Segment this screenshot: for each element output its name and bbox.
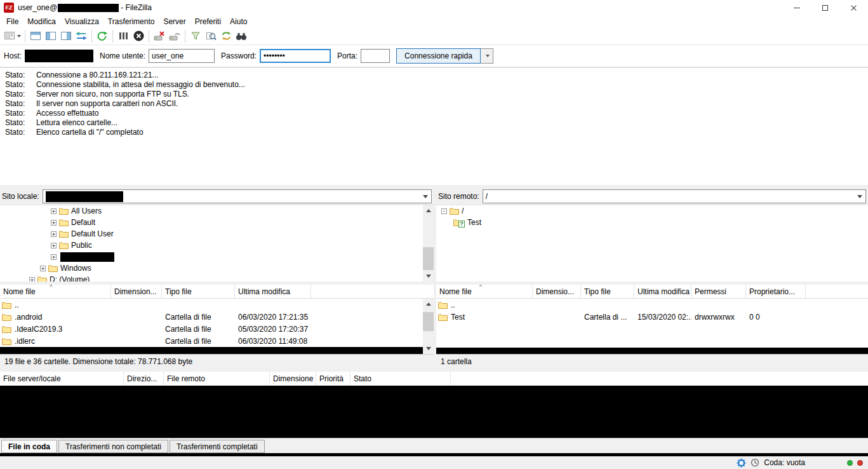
column-header-status[interactable]: Stato [351,372,451,385]
minimize-button[interactable] [782,0,811,15]
scroll-thumb[interactable] [423,247,434,270]
expander-plus-icon[interactable]: + [40,266,46,271]
folder-icon [59,241,69,249]
column-header-local-file[interactable]: File server/locale [0,372,124,385]
file-row[interactable]: Test Cartella di ... 15/03/2020 02:... d… [436,311,868,323]
file-name-cell: .idlerc [0,337,111,346]
gear-icon[interactable] [737,458,746,468]
expander-plus-icon[interactable]: + [51,220,57,226]
queue-list-area[interactable] [0,386,868,438]
file-row[interactable]: .. [436,299,868,311]
toggle-transfer-queue-button[interactable] [74,29,89,44]
file-row[interactable]: .idlerc Cartella di file 06/03/2020 11:4… [0,335,434,347]
tree-item-public[interactable]: + Public [0,240,434,251]
remote-site-combobox[interactable]: / [483,189,866,203]
clock-icon[interactable] [751,458,759,467]
column-header-size[interactable]: Dimensione [270,372,316,385]
tree-item-d-volume[interactable]: + D: (Volume) [0,274,434,282]
menu-server[interactable]: Server [159,16,190,27]
disconnect-button[interactable] [152,29,167,44]
synchronized-browsing-button[interactable] [218,29,234,44]
column-header-size[interactable]: Dimension... [111,285,162,298]
chevron-down-icon[interactable] [857,195,862,198]
local-tree-scrollbar[interactable] [423,205,434,282]
expander-plus-icon[interactable]: + [51,231,57,237]
local-list-scrollbar[interactable] [423,299,434,354]
scroll-down-arrow[interactable] [423,271,434,282]
column-header-type[interactable]: Tipo file [581,285,634,298]
remote-directory-tree[interactable]: - / ? Test [436,205,868,282]
local-site-row: Sito locale: [0,188,434,205]
tree-item-label: Test [467,218,481,227]
file-row[interactable]: .IdeaIC2019.3 Cartella di file 05/03/202… [0,323,434,335]
column-header-direction[interactable]: Direzio... [124,372,164,385]
process-queue-button[interactable] [116,29,131,44]
column-header-name[interactable]: ^Nome file [436,285,533,298]
refresh-button[interactable] [95,29,110,44]
toggle-local-tree-button[interactable] [43,29,58,44]
scroll-thumb[interactable] [423,312,434,331]
menu-aiuto[interactable]: Aiuto [225,16,251,27]
cancel-button[interactable] [131,29,146,44]
directory-trees: Sito locale: + All Users + Default [0,188,868,282]
site-manager-dropdown-icon[interactable] [17,35,21,37]
quickconnect-dropdown-button[interactable] [481,48,493,64]
scroll-up-arrow[interactable] [423,299,434,309]
password-input[interactable] [260,49,331,63]
menu-preferiti[interactable]: Preferiti [190,16,225,27]
folder-icon [2,337,11,345]
menu-modifica[interactable]: Modifica [23,16,60,27]
tab-trasferimenti-non-completati[interactable]: Trasferimenti non completati [58,440,168,453]
tree-item-root[interactable]: - / [436,205,868,217]
expander-plus-icon[interactable]: + [51,243,57,248]
tree-item-windows[interactable]: + Windows [0,262,434,274]
column-header-size[interactable]: Dimensio... [533,285,581,298]
reconnect-button[interactable] [167,29,182,44]
file-name-cell: .. [0,301,111,309]
toggle-remote-tree-button[interactable] [58,29,74,44]
maximize-button[interactable] [811,0,839,15]
tree-item-test[interactable]: ? Test [436,217,868,228]
find-files-icon [236,32,247,41]
local-file-list[interactable]: .. .android Cartella di file 06/03/2020 … [0,299,434,354]
site-manager-button[interactable] [3,29,22,44]
column-header-modified[interactable]: Ultima modifica [634,285,691,298]
column-header-permissions[interactable]: Permessi [691,285,746,298]
remote-file-list[interactable]: .. Test Cartella di ... 15/03/2020 02:..… [436,299,868,354]
chevron-down-icon[interactable] [423,195,428,198]
expander-plus-icon[interactable]: + [29,277,35,282]
column-header-remote-file[interactable]: File remoto [164,372,270,385]
close-button[interactable] [839,0,868,15]
quickconnect-button[interactable]: Connessione rapida [396,48,481,64]
toggle-message-log-button[interactable] [28,29,43,44]
local-directory-tree[interactable]: + All Users + Default + Default User [0,205,434,282]
tree-item-redacted-user[interactable]: + [0,251,434,262]
column-header-type[interactable]: Tipo file [162,285,235,298]
tree-item-default[interactable]: + Default [0,217,434,228]
scroll-down-arrow[interactable] [423,343,434,354]
tree-item-all-users[interactable]: + All Users [0,205,434,217]
tab-trasferimenti-completati[interactable]: Trasferimenti completati [170,440,265,453]
file-row[interactable]: .. [0,299,434,311]
filter-button[interactable] [188,29,203,44]
port-input[interactable] [361,49,390,63]
username-input[interactable] [149,49,215,63]
local-site-combobox[interactable] [43,189,432,203]
column-header-name[interactable]: ^Nome file [0,285,111,298]
scroll-up-arrow[interactable] [423,205,434,216]
tree-item-default-user[interactable]: + Default User [0,228,434,240]
menu-file[interactable]: File [2,16,23,27]
file-row[interactable]: .android Cartella di file 06/03/2020 17:… [0,311,434,323]
menu-trasferimento[interactable]: Trasferimento [103,16,159,27]
column-header-owner[interactable]: Proprietario... [746,285,806,298]
menu-visualizza[interactable]: Visualizza [60,16,103,27]
find-files-button[interactable] [234,29,249,44]
expander-minus-icon[interactable]: - [441,208,447,214]
directory-comparison-button[interactable] [203,29,218,44]
expander-plus-icon[interactable]: + [51,254,57,260]
host-input[interactable] [25,50,93,62]
expander-plus-icon[interactable]: + [51,208,57,214]
tab-file-in-coda[interactable]: File in coda [1,440,57,453]
column-header-priority[interactable]: Priorità [316,372,351,385]
column-header-modified[interactable]: Ultima modifica [235,285,311,298]
